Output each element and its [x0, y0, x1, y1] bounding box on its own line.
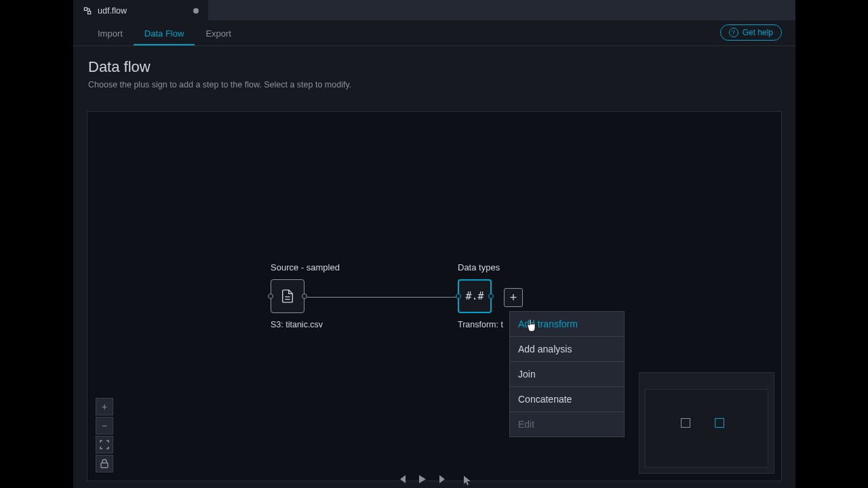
node-source-caption: S3: titanic.csv: [271, 320, 340, 329]
flow-file-icon: [83, 6, 92, 16]
node-source-label: Source - sampled: [271, 262, 340, 272]
menu-item-add-transform[interactable]: Add transform: [510, 312, 624, 337]
node-source-box[interactable]: [271, 279, 304, 313]
context-menu: Add transform Add analysis Join Concaten…: [509, 311, 625, 437]
cursor-arrow-icon: [464, 476, 471, 485]
player-bar: [397, 475, 471, 485]
zoom-out-button[interactable]: −: [96, 417, 113, 434]
file-tab[interactable]: udf.flow: [73, 0, 208, 20]
add-step-button[interactable]: +: [504, 288, 523, 307]
prev-icon: [397, 475, 407, 483]
page-header: Data flow Choose the plus sign to add a …: [73, 46, 795, 98]
minimap-viewport: [645, 389, 768, 468]
node-source[interactable]: Source - sampled S3: titanic.csv: [271, 262, 340, 329]
flow-canvas[interactable]: Source - sampled S3: titanic.csv Data ty…: [87, 111, 782, 481]
fit-icon: [100, 440, 109, 449]
menu-item-join[interactable]: Join: [510, 362, 624, 387]
tab-data-flow[interactable]: Data Flow: [134, 23, 195, 45]
edge-source-to-types: [307, 297, 458, 298]
page-subtitle: Choose the plus sign to add a step to th…: [88, 80, 781, 89]
play-icon: [419, 475, 426, 483]
get-help-button[interactable]: ? Get help: [720, 24, 782, 41]
node-types-box[interactable]: #.#: [458, 279, 492, 313]
tab-export[interactable]: Export: [195, 23, 242, 45]
minimap-node-selected: [715, 418, 724, 428]
zoom-controls: + −: [96, 398, 113, 472]
svg-rect-2: [101, 463, 108, 468]
file-tab-bar: udf.flow: [73, 0, 795, 20]
node-types-caption: Transform: t: [458, 320, 503, 329]
port-left[interactable]: [456, 293, 461, 299]
unsaved-dot-icon: [193, 8, 199, 14]
player-next-button[interactable]: [438, 475, 448, 485]
menu-item-edit[interactable]: Edit: [510, 412, 624, 436]
lock-button[interactable]: [96, 455, 113, 472]
player-play-button[interactable]: [419, 475, 426, 485]
tab-import[interactable]: Import: [87, 23, 134, 45]
hash-icon: #.#: [465, 290, 484, 302]
port-left[interactable]: [268, 293, 273, 299]
zoom-in-button[interactable]: +: [96, 398, 113, 415]
player-prev-button[interactable]: [397, 475, 407, 485]
minimap-node: [681, 418, 690, 428]
menu-item-concatenate[interactable]: Concatenate: [510, 387, 624, 412]
next-icon: [438, 475, 448, 483]
nav-tabs: Import Data Flow Export ? Get help: [73, 20, 795, 46]
port-right[interactable]: [488, 293, 494, 299]
file-icon: [280, 289, 295, 304]
fit-screen-button[interactable]: [96, 436, 113, 453]
port-right[interactable]: [302, 293, 307, 299]
svg-rect-1: [88, 12, 91, 14]
svg-rect-0: [84, 7, 87, 10]
node-types-label: Data types: [458, 262, 503, 272]
help-icon: ?: [729, 28, 738, 37]
lock-icon: [100, 459, 108, 468]
menu-item-add-analysis[interactable]: Add analysis: [510, 337, 624, 362]
minimap[interactable]: [639, 372, 774, 474]
file-tab-name: udf.flow: [98, 6, 127, 16]
page-title: Data flow: [88, 58, 781, 76]
help-label: Get help: [743, 28, 773, 37]
node-data-types[interactable]: Data types #.# Transform: t: [458, 262, 503, 329]
